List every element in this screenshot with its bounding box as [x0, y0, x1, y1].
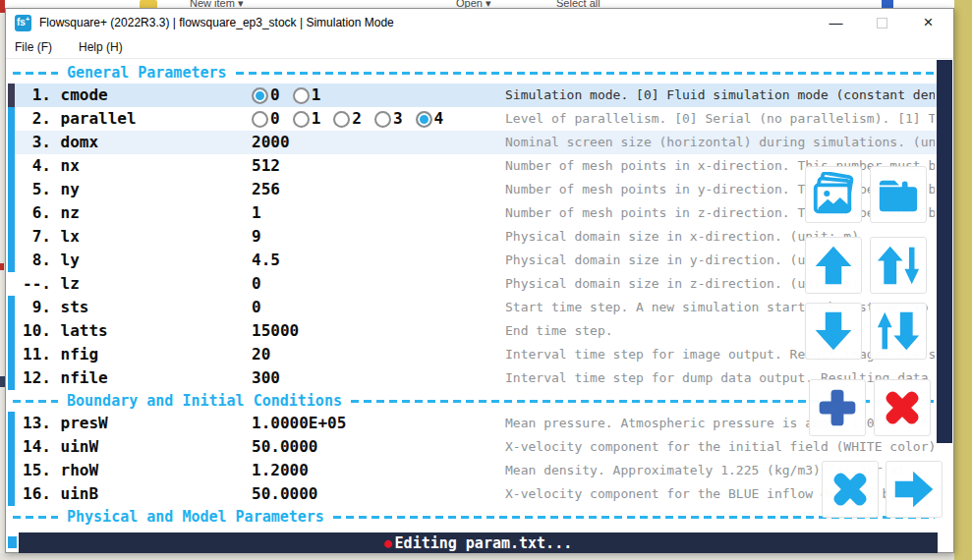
radio-label: 0 [270, 107, 280, 131]
param-name: 9. sts [23, 296, 88, 319]
param-name: 11. nfig [23, 343, 98, 366]
radio-icon[interactable] [374, 111, 391, 128]
section-header: Physical and Model Parameters [13, 506, 935, 528]
param-value[interactable]: 1.2000 [252, 459, 309, 482]
param-name: 7. lx [23, 225, 80, 249]
param-value[interactable]: 15000 [252, 319, 299, 343]
right-scrollbar[interactable] [937, 60, 952, 443]
section-title: Boundary and Initial Conditions [67, 392, 342, 410]
close-button[interactable]: × [905, 9, 951, 36]
param-name: 5. ny [23, 178, 80, 201]
param-row-uinW[interactable]: 14. uinW50.0000X-velocity component for … [6, 435, 953, 459]
menu-help[interactable]: Help (H) [79, 40, 123, 54]
param-value[interactable]: 4.5 [252, 249, 280, 272]
param-name: 16. uinB [23, 482, 98, 506]
radio-selected-icon[interactable] [416, 111, 432, 128]
param-row-parallel[interactable]: 2. parallel01234Level of parallelism. [0… [6, 107, 953, 131]
param-row-domx[interactable]: 3. domx2000Nominal screen size (horizont… [6, 131, 953, 154]
radio-icon[interactable] [252, 111, 268, 128]
arrow-down-button[interactable] [805, 303, 862, 360]
param-name: 15. rhoW [23, 459, 98, 482]
close-red-button[interactable] [874, 379, 931, 436]
arrow-up-down-button[interactable] [870, 237, 927, 294]
param-value[interactable]: 0 [252, 296, 261, 319]
param-value[interactable]: 50.0000 [252, 482, 317, 506]
arrow-down-up-icon [877, 309, 920, 353]
radio-option-0[interactable]: 0 [252, 107, 280, 131]
images-button[interactable] [805, 166, 862, 223]
arrow-up-icon [812, 244, 855, 287]
row-marker [8, 459, 15, 482]
close-blue-button[interactable] [822, 461, 879, 518]
radio-option-2[interactable]: 2 [333, 107, 362, 131]
status-text: Editing param.txt... [395, 534, 573, 552]
arrow-up-down-icon [877, 244, 920, 287]
radio-label: 3 [393, 107, 403, 131]
radio-icon[interactable] [333, 111, 350, 128]
row-marker [8, 482, 15, 506]
plus-icon [816, 386, 859, 429]
parameter-editor: General Parameters 1. cmode01Simulation … [6, 60, 953, 532]
param-value[interactable]: 2000 [252, 131, 290, 154]
param-value[interactable]: 1 [252, 201, 261, 225]
radio-group-parallel: 01234 [252, 107, 443, 131]
radio-icon[interactable] [293, 87, 310, 104]
plus-button[interactable] [809, 379, 866, 436]
param-value[interactable]: 1.0000E+05 [252, 412, 346, 435]
param-value[interactable]: 20 [252, 343, 270, 366]
minimize-button[interactable]: — [813, 9, 859, 36]
arrow-right-button[interactable] [886, 461, 943, 518]
param-row-cmode[interactable]: 1. cmode01Simulation mode. [0] Fluid sim… [6, 84, 953, 107]
images-icon [811, 172, 856, 217]
taskbar-strip [0, 553, 954, 560]
row-marker [8, 154, 15, 178]
param-value[interactable]: 50.0000 [252, 435, 317, 459]
arrow-down-up-button[interactable] [870, 303, 927, 360]
radio-option-1[interactable]: 1 [293, 107, 321, 131]
radio-label: 2 [352, 107, 362, 131]
param-value[interactable]: 300 [252, 366, 280, 390]
folder-button[interactable] [870, 166, 927, 223]
radio-selected-icon[interactable] [252, 87, 268, 104]
row-marker-stub [8, 536, 17, 548]
param-name: 13. presW [23, 412, 108, 435]
row-marker [8, 201, 15, 225]
radio-label: 1 [312, 84, 321, 107]
status-bar: ● Editing param.txt... [19, 532, 938, 553]
param-value[interactable]: 512 [252, 154, 280, 178]
param-value[interactable]: 256 [252, 178, 280, 201]
param-name: 12. nfile [23, 366, 108, 390]
radio-option-0[interactable]: 0 [252, 84, 280, 107]
row-marker [8, 366, 15, 390]
param-value[interactable]: 0 [252, 272, 261, 296]
section-title: General Parameters [67, 64, 227, 82]
titlebar[interactable]: fs+ Flowsquare+ (2022R3.3) | flowsquare_… [6, 9, 953, 36]
folder-icon [876, 172, 921, 217]
row-marker [8, 249, 15, 272]
flowsquare-window: fs+ Flowsquare+ (2022R3.3) | flowsquare_… [5, 8, 954, 553]
desktop-background [954, 0, 972, 560]
arrow-down-icon [812, 309, 855, 353]
radio-label: 4 [434, 107, 444, 131]
radio-option-1[interactable]: 1 [293, 84, 321, 107]
menu-bar: File (F) Help (H) [6, 36, 953, 59]
parameter-list: General Parameters 1. cmode01Simulation … [6, 62, 953, 528]
param-value[interactable]: 9 [252, 225, 261, 249]
dash-line [236, 72, 935, 75]
arrow-up-button[interactable] [805, 237, 862, 294]
param-description: Interval time step for dump data output.… [505, 366, 935, 390]
arrow-right-icon [892, 468, 936, 511]
param-name: 14. uinW [23, 435, 98, 459]
menu-file[interactable]: File (F) [15, 40, 52, 54]
maximize-button [859, 9, 905, 36]
radio-option-4[interactable]: 4 [416, 107, 444, 131]
param-description: Nominal screen size (horizontal) during … [505, 131, 935, 154]
param-row-rhoW[interactable]: 15. rhoW1.2000Mean density. Approximatel… [6, 459, 953, 482]
row-marker [8, 435, 15, 459]
radio-option-3[interactable]: 3 [374, 107, 403, 131]
radio-icon[interactable] [293, 111, 310, 128]
param-name: 8. ly [23, 249, 80, 272]
background-edge-red-tick [0, 263, 4, 270]
param-row-uinB[interactable]: 16. uinB50.0000X-velocity component for … [6, 482, 953, 506]
dash-line [13, 72, 58, 75]
